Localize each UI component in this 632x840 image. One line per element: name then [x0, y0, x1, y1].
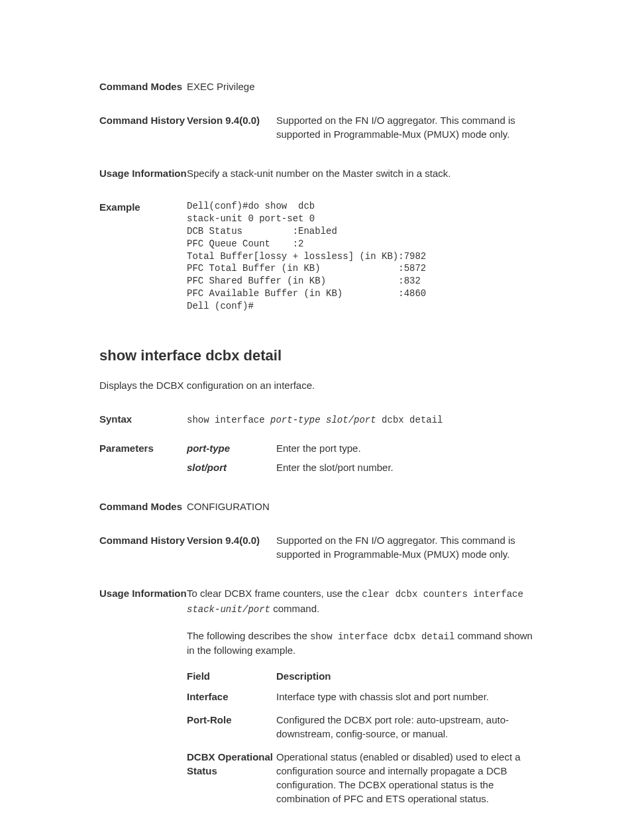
table-row: Interface Interface type with chassis sl… — [187, 690, 533, 704]
field-name: DCBX Operational Status — [187, 750, 276, 806]
syntax-value: show interface port-type slot/port dcbx … — [187, 412, 533, 427]
param-name: slot/port — [187, 460, 276, 474]
table-row: DCBX Operational Status Operational stat… — [187, 750, 533, 806]
cmd-modes-label: Command Modes — [99, 79, 187, 93]
field-desc: Operational status (enabled or disabled)… — [276, 750, 533, 806]
usage-p1: To clear DCBX frame counters, use the cl… — [187, 586, 533, 616]
field-name: Port-Role — [187, 713, 276, 741]
cmd-modes-value: EXEC Privilege — [187, 79, 533, 93]
usage-info-label: Usage Information — [99, 166, 187, 180]
example-code: Dell(conf)#do show dcb stack-unit 0 port… — [187, 200, 533, 313]
table-header-desc: Description — [276, 669, 533, 683]
cmd-modes-label: Command Modes — [99, 499, 187, 513]
example-label: Example — [99, 200, 187, 313]
parameters-label: Parameters — [99, 441, 187, 480]
usage-info-label: Usage Information — [99, 586, 187, 815]
syntax-label: Syntax — [99, 412, 187, 427]
field-name: Interface — [187, 690, 276, 704]
param-desc: Enter the slot/port number. — [276, 460, 533, 474]
section-title: show interface dcbx detail — [99, 346, 533, 366]
version-desc: Supported on the FN I/O aggregator. This… — [276, 113, 533, 141]
field-desc: Interface type with chassis slot and por… — [276, 690, 533, 704]
table-header-field: Field — [187, 669, 276, 683]
section-desc: Displays the DCBX configuration on an in… — [99, 378, 533, 392]
cmd-modes-value: CONFIGURATION — [187, 499, 533, 513]
usage-info-value: Specify a stack-unit number on the Maste… — [187, 166, 533, 180]
param-desc: Enter the port type. — [276, 441, 533, 455]
usage-p2: The following describes the show interfa… — [187, 629, 533, 658]
param-name: port-type — [187, 441, 276, 455]
version-desc: Supported on the FN I/O aggregator. This… — [276, 533, 533, 561]
cmd-history-label: Command History — [99, 533, 187, 566]
cmd-history-label: Command History — [99, 113, 187, 146]
field-desc: Configured the DCBX port role: auto-upst… — [276, 713, 533, 741]
table-row: Port-Role Configured the DCBX port role:… — [187, 713, 533, 741]
version-label: Version 9.4(0.0) — [187, 533, 276, 561]
version-label: Version 9.4(0.0) — [187, 113, 276, 141]
